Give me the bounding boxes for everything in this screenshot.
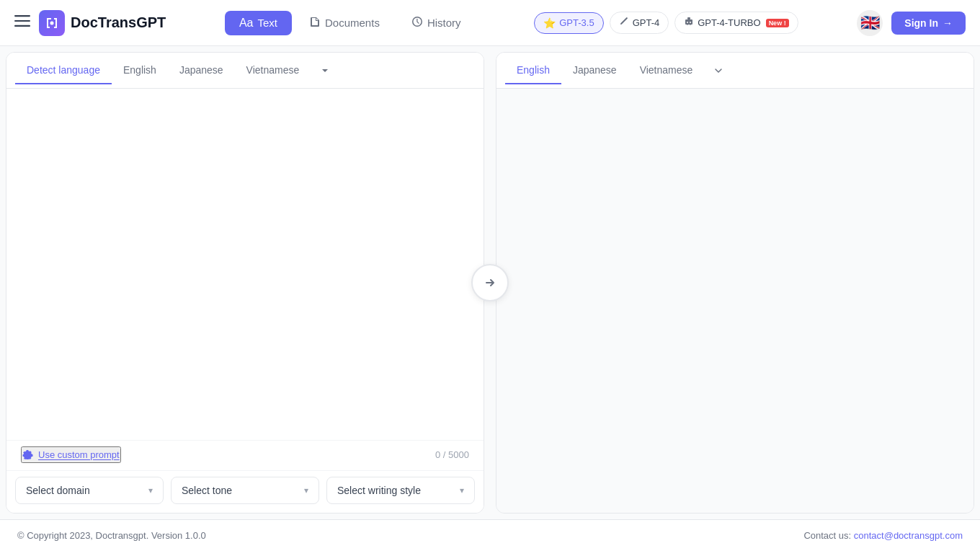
gpt4turbo-button[interactable]: GPT-4-TURBO New !	[674, 12, 798, 34]
arrow-right-icon: →	[943, 17, 953, 29]
header-right: 🇬🇧 Sign In →	[857, 10, 966, 36]
target-lang-tabs: English Japanese Vietnamese	[496, 53, 974, 89]
gpt35-button[interactable]: ⭐ GPT-3.5	[534, 12, 603, 34]
menu-icon[interactable]	[14, 13, 30, 32]
gpt-buttons: ⭐ GPT-3.5 GPT-4 GPT-4-TURBO New !	[534, 12, 798, 34]
target-lang-japanese[interactable]: Japanese	[561, 57, 628, 84]
target-panel: English Japanese Vietnamese	[496, 52, 974, 513]
target-lang-english[interactable]: English	[505, 57, 561, 84]
char-count: 0 / 5000	[435, 449, 469, 460]
svg-rect-9	[690, 24, 691, 25]
uk-flag: 🇬🇧	[860, 14, 880, 32]
svg-point-6	[687, 22, 688, 23]
nav-tabs: Aa Text Documents History	[225, 10, 476, 36]
source-lang-detect[interactable]: Detect language	[15, 57, 112, 84]
style-chevron-icon: ▾	[460, 485, 464, 495]
svg-rect-5	[687, 17, 690, 19]
select-tone-dropdown[interactable]: Select tone ▾	[171, 477, 319, 504]
footer: © Copyright 2023, Doctransgpt. Version 1…	[0, 519, 980, 551]
header: DocTransGPT Aa Text Documents History ⭐ …	[0, 0, 980, 46]
new-badge: New !	[766, 19, 789, 27]
svg-rect-0	[14, 15, 30, 17]
source-panel: Detect language English Japanese Vietnam…	[6, 52, 484, 513]
nav-tab-documents[interactable]: Documents	[295, 10, 394, 36]
logo-icon	[39, 10, 65, 36]
svg-point-7	[690, 22, 691, 23]
target-text-output	[496, 89, 974, 513]
documents-icon	[309, 16, 321, 30]
select-dropdowns-row: Select domain ▾ Select tone ▾ Select wri…	[6, 470, 484, 513]
source-lang-japanese[interactable]: Japanese	[168, 57, 235, 84]
tone-chevron-icon: ▾	[304, 485, 308, 495]
svg-rect-1	[14, 20, 30, 22]
robot-icon	[684, 17, 694, 29]
domain-chevron-icon: ▾	[148, 485, 153, 495]
logo: DocTransGPT	[39, 10, 166, 36]
pen-icon	[619, 17, 629, 29]
translate-button[interactable]	[471, 264, 509, 301]
nav-tab-text[interactable]: Aa Text	[225, 11, 292, 35]
source-lang-more[interactable]	[313, 59, 337, 82]
select-domain-dropdown[interactable]: Select domain ▾	[15, 477, 164, 504]
svg-rect-2	[14, 25, 30, 27]
gpt4-button[interactable]: GPT-4	[610, 12, 669, 34]
source-lang-tabs: Detect language English Japanese Vietnam…	[6, 53, 484, 89]
settings-icon	[22, 448, 34, 462]
source-bottom-toolbar: Use custom prompt 0 / 5000	[6, 440, 484, 470]
contact-email-link[interactable]: contact@doctransgpt.com	[854, 530, 963, 541]
footer-contact: Contact us: contact@doctransgpt.com	[803, 530, 963, 541]
custom-prompt-button[interactable]: Use custom prompt	[21, 446, 121, 463]
sign-in-button[interactable]: Sign In →	[891, 12, 966, 35]
target-lang-vietnamese[interactable]: Vietnamese	[628, 57, 705, 84]
translation-container: Detect language English Japanese Vietnam…	[0, 46, 980, 519]
text-icon: Aa	[239, 17, 254, 30]
svg-rect-8	[687, 24, 688, 25]
language-flag-button[interactable]: 🇬🇧	[857, 10, 883, 36]
source-lang-vietnamese[interactable]: Vietnamese	[235, 57, 311, 84]
nav-tab-history[interactable]: History	[397, 10, 476, 36]
main-content: Detect language English Japanese Vietnam…	[0, 46, 980, 519]
source-text-input[interactable]	[6, 89, 484, 440]
svg-rect-4	[685, 19, 692, 25]
target-lang-more[interactable]	[707, 59, 730, 82]
logo-text: DocTransGPT	[71, 14, 166, 31]
copyright-text: © Copyright 2023, Doctransgpt. Version 1…	[17, 530, 206, 541]
svg-point-3	[50, 21, 54, 25]
select-writing-style-dropdown[interactable]: Select writing style ▾	[326, 477, 475, 504]
header-left: DocTransGPT	[14, 10, 166, 36]
source-lang-english[interactable]: English	[112, 57, 168, 84]
history-icon	[411, 16, 423, 30]
star-icon: ⭐	[543, 17, 556, 29]
translate-button-wrapper	[471, 264, 509, 301]
